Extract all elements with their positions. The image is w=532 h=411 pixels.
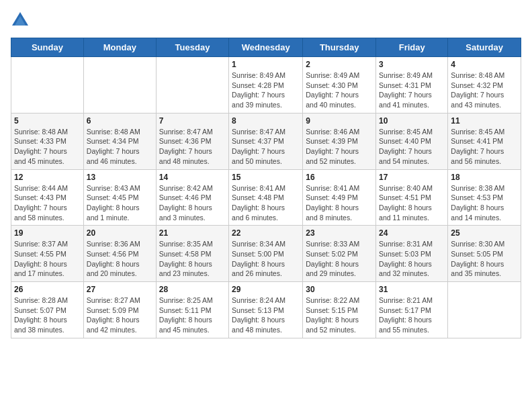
- day-number: 5: [14, 116, 81, 126]
- calendar-cell: 27Sunrise: 8:27 AM Sunset: 5:09 PM Dayli…: [83, 282, 156, 338]
- day-detail: Sunrise: 8:40 AM Sunset: 4:51 PM Dayligh…: [379, 183, 445, 223]
- calendar-cell: 3Sunrise: 8:49 AM Sunset: 4:31 PM Daylig…: [376, 57, 448, 113]
- calendar-week-3: 12Sunrise: 8:44 AM Sunset: 4:43 PM Dayli…: [11, 169, 521, 226]
- calendar-cell: 23Sunrise: 8:33 AM Sunset: 5:02 PM Dayli…: [303, 226, 376, 282]
- calendar-cell: [11, 57, 84, 113]
- day-number: 18: [451, 173, 518, 182]
- logo-icon: [11, 11, 30, 30]
- calendar-cell: 15Sunrise: 8:41 AM Sunset: 4:48 PM Dayli…: [229, 169, 303, 226]
- day-number: 26: [14, 285, 81, 294]
- calendar-cell: 20Sunrise: 8:36 AM Sunset: 4:56 PM Dayli…: [83, 226, 156, 282]
- calendar-cell: 30Sunrise: 8:22 AM Sunset: 5:15 PM Dayli…: [303, 282, 376, 338]
- day-detail: Sunrise: 8:25 AM Sunset: 5:11 PM Dayligh…: [159, 295, 226, 335]
- calendar-body: 1Sunrise: 8:49 AM Sunset: 4:28 PM Daylig…: [11, 57, 521, 338]
- day-number: 2: [306, 60, 373, 69]
- calendar-cell: 25Sunrise: 8:30 AM Sunset: 5:05 PM Dayli…: [448, 226, 521, 282]
- day-number: 31: [379, 285, 445, 294]
- day-number: 19: [14, 228, 81, 238]
- calendar-cell: 16Sunrise: 8:41 AM Sunset: 4:49 PM Dayli…: [303, 169, 376, 226]
- calendar-cell: 4Sunrise: 8:48 AM Sunset: 4:32 PM Daylig…: [448, 57, 521, 113]
- calendar-header: SundayMondayTuesdayWednesdayThursdayFrid…: [11, 38, 521, 57]
- calendar-cell: 6Sunrise: 8:48 AM Sunset: 4:34 PM Daylig…: [83, 113, 156, 169]
- day-number: 24: [379, 228, 445, 238]
- calendar-cell: [83, 57, 156, 113]
- day-number: 9: [306, 116, 373, 126]
- calendar-cell: 1Sunrise: 8:49 AM Sunset: 4:28 PM Daylig…: [229, 57, 303, 113]
- weekday-header-saturday: Saturday: [448, 38, 521, 57]
- calendar-cell: 24Sunrise: 8:31 AM Sunset: 5:03 PM Dayli…: [376, 226, 448, 282]
- calendar-cell: 7Sunrise: 8:47 AM Sunset: 4:36 PM Daylig…: [156, 113, 228, 169]
- day-number: 17: [379, 173, 445, 182]
- calendar-cell: 2Sunrise: 8:49 AM Sunset: 4:30 PM Daylig…: [303, 57, 376, 113]
- day-number: 1: [232, 60, 300, 69]
- day-number: 7: [159, 116, 226, 126]
- calendar-cell: [448, 282, 521, 338]
- day-detail: Sunrise: 8:43 AM Sunset: 4:45 PM Dayligh…: [87, 183, 153, 223]
- day-detail: Sunrise: 8:35 AM Sunset: 4:58 PM Dayligh…: [159, 239, 226, 279]
- day-detail: Sunrise: 8:41 AM Sunset: 4:49 PM Dayligh…: [306, 183, 373, 223]
- day-detail: Sunrise: 8:22 AM Sunset: 5:15 PM Dayligh…: [306, 295, 373, 335]
- calendar-cell: 5Sunrise: 8:48 AM Sunset: 4:33 PM Daylig…: [11, 113, 84, 169]
- weekday-header-monday: Monday: [83, 38, 156, 57]
- calendar-week-2: 5Sunrise: 8:48 AM Sunset: 4:33 PM Daylig…: [11, 113, 521, 169]
- day-detail: Sunrise: 8:47 AM Sunset: 4:36 PM Dayligh…: [159, 127, 226, 167]
- page-header: [11, 11, 521, 30]
- calendar-table: SundayMondayTuesdayWednesdayThursdayFrid…: [11, 38, 521, 338]
- day-number: 25: [451, 228, 518, 238]
- day-detail: Sunrise: 8:28 AM Sunset: 5:07 PM Dayligh…: [14, 295, 81, 335]
- day-detail: Sunrise: 8:44 AM Sunset: 4:43 PM Dayligh…: [14, 183, 81, 223]
- day-detail: Sunrise: 8:42 AM Sunset: 4:46 PM Dayligh…: [159, 183, 226, 223]
- day-detail: Sunrise: 8:24 AM Sunset: 5:13 PM Dayligh…: [232, 295, 300, 335]
- day-number: 6: [87, 116, 153, 126]
- day-detail: Sunrise: 8:48 AM Sunset: 4:34 PM Dayligh…: [87, 127, 153, 167]
- day-number: 8: [232, 116, 300, 126]
- day-detail: Sunrise: 8:33 AM Sunset: 5:02 PM Dayligh…: [306, 239, 373, 279]
- day-number: 4: [451, 60, 518, 69]
- day-detail: Sunrise: 8:38 AM Sunset: 4:53 PM Dayligh…: [451, 183, 518, 223]
- calendar-cell: 9Sunrise: 8:46 AM Sunset: 4:39 PM Daylig…: [303, 113, 376, 169]
- calendar-cell: 14Sunrise: 8:42 AM Sunset: 4:46 PM Dayli…: [156, 169, 228, 226]
- calendar-week-5: 26Sunrise: 8:28 AM Sunset: 5:07 PM Dayli…: [11, 282, 521, 338]
- day-detail: Sunrise: 8:49 AM Sunset: 4:30 PM Dayligh…: [306, 71, 373, 110]
- day-detail: Sunrise: 8:34 AM Sunset: 5:00 PM Dayligh…: [232, 239, 300, 279]
- day-number: 14: [159, 173, 226, 182]
- calendar-cell: 31Sunrise: 8:21 AM Sunset: 5:17 PM Dayli…: [376, 282, 448, 338]
- day-detail: Sunrise: 8:45 AM Sunset: 4:41 PM Dayligh…: [451, 127, 518, 167]
- day-number: 11: [451, 116, 518, 126]
- day-number: 10: [379, 116, 445, 126]
- weekday-row: SundayMondayTuesdayWednesdayThursdayFrid…: [11, 38, 521, 57]
- day-detail: Sunrise: 8:41 AM Sunset: 4:48 PM Dayligh…: [232, 183, 300, 223]
- weekday-header-thursday: Thursday: [303, 38, 376, 57]
- day-number: 12: [14, 173, 81, 182]
- calendar-cell: 28Sunrise: 8:25 AM Sunset: 5:11 PM Dayli…: [156, 282, 228, 338]
- calendar-cell: 13Sunrise: 8:43 AM Sunset: 4:45 PM Dayli…: [83, 169, 156, 226]
- calendar-cell: 18Sunrise: 8:38 AM Sunset: 4:53 PM Dayli…: [448, 169, 521, 226]
- calendar-week-4: 19Sunrise: 8:37 AM Sunset: 4:55 PM Dayli…: [11, 226, 521, 282]
- day-number: 28: [159, 285, 226, 294]
- calendar-cell: 11Sunrise: 8:45 AM Sunset: 4:41 PM Dayli…: [448, 113, 521, 169]
- weekday-header-tuesday: Tuesday: [156, 38, 228, 57]
- calendar-cell: 10Sunrise: 8:45 AM Sunset: 4:40 PM Dayli…: [376, 113, 448, 169]
- day-detail: Sunrise: 8:49 AM Sunset: 4:31 PM Dayligh…: [379, 71, 445, 110]
- day-number: 22: [232, 228, 300, 238]
- day-detail: Sunrise: 8:31 AM Sunset: 5:03 PM Dayligh…: [379, 239, 445, 279]
- day-number: 15: [232, 173, 300, 182]
- logo: [11, 11, 32, 30]
- day-number: 27: [87, 285, 153, 294]
- calendar-cell: 21Sunrise: 8:35 AM Sunset: 4:58 PM Dayli…: [156, 226, 228, 282]
- day-number: 21: [159, 228, 226, 238]
- day-detail: Sunrise: 8:46 AM Sunset: 4:39 PM Dayligh…: [306, 127, 373, 167]
- day-detail: Sunrise: 8:27 AM Sunset: 5:09 PM Dayligh…: [87, 295, 153, 335]
- calendar-cell: 26Sunrise: 8:28 AM Sunset: 5:07 PM Dayli…: [11, 282, 84, 338]
- day-detail: Sunrise: 8:47 AM Sunset: 4:37 PM Dayligh…: [232, 127, 300, 167]
- day-number: 20: [87, 228, 153, 238]
- day-detail: Sunrise: 8:37 AM Sunset: 4:55 PM Dayligh…: [14, 239, 81, 279]
- day-detail: Sunrise: 8:48 AM Sunset: 4:33 PM Dayligh…: [14, 127, 81, 167]
- calendar-cell: 12Sunrise: 8:44 AM Sunset: 4:43 PM Dayli…: [11, 169, 84, 226]
- day-number: 30: [306, 285, 373, 294]
- weekday-header-friday: Friday: [376, 38, 448, 57]
- calendar-cell: [156, 57, 228, 113]
- day-detail: Sunrise: 8:21 AM Sunset: 5:17 PM Dayligh…: [379, 295, 445, 335]
- calendar-cell: 8Sunrise: 8:47 AM Sunset: 4:37 PM Daylig…: [229, 113, 303, 169]
- day-detail: Sunrise: 8:48 AM Sunset: 4:32 PM Dayligh…: [451, 71, 518, 110]
